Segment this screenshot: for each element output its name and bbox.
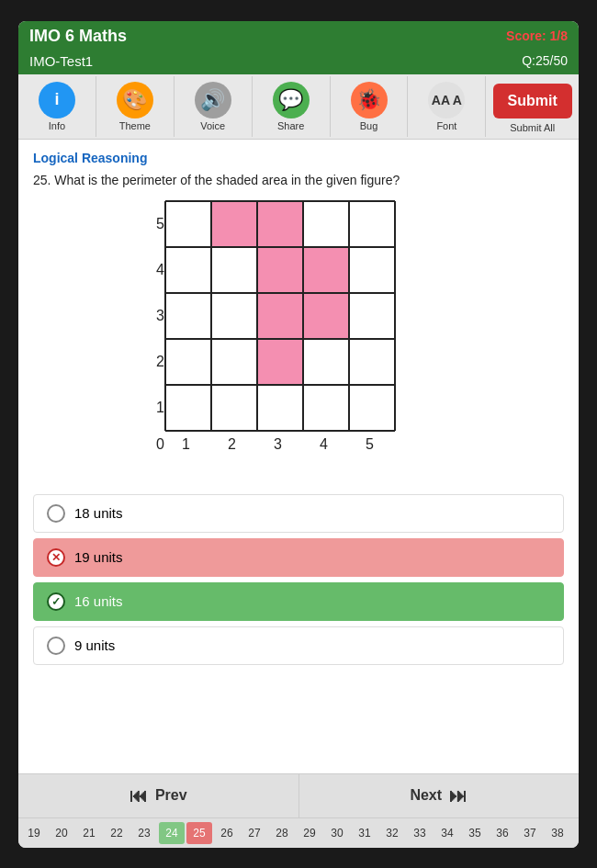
q-num-32[interactable]: 32: [379, 822, 405, 844]
option-b[interactable]: ✕ 19 units: [33, 538, 564, 577]
font-label: Font: [436, 120, 456, 131]
question-number: 25.: [33, 173, 51, 187]
option-a[interactable]: 18 units: [33, 494, 564, 533]
question-count: Q:25/50: [522, 53, 568, 68]
theme-label: Theme: [119, 120, 151, 131]
svg-rect-4: [257, 293, 303, 339]
next-button[interactable]: Next ⏭: [298, 774, 580, 817]
svg-text:0: 0: [156, 436, 164, 452]
q-num-35[interactable]: 35: [462, 822, 488, 844]
share-icon: 💬: [273, 82, 310, 118]
grid-figure: 5 4 3 2 1 0 1 2 3 4 5: [156, 197, 441, 481]
svg-text:3: 3: [156, 308, 164, 323]
bug-button[interactable]: 🐞 Bug: [331, 76, 409, 137]
next-label: Next: [410, 787, 442, 804]
q-num-19[interactable]: 19: [21, 822, 47, 844]
voice-button[interactable]: 🔊 Voice: [175, 76, 253, 137]
prev-label: Prev: [155, 787, 187, 804]
share-label: Share: [277, 120, 304, 131]
bug-icon: 🐞: [351, 82, 388, 118]
q-num-33[interactable]: 33: [407, 822, 433, 844]
q-num-37[interactable]: 37: [517, 822, 543, 844]
svg-text:4: 4: [320, 436, 328, 452]
option-c-label: 16 units: [74, 593, 123, 609]
svg-rect-1: [257, 201, 303, 247]
app-title: IMO 6 Maths: [29, 27, 127, 46]
svg-text:5: 5: [156, 216, 164, 231]
question-body: What is the perimeter of the shaded area…: [54, 173, 400, 187]
q-num-22[interactable]: 22: [104, 822, 130, 844]
q-num-21[interactable]: 21: [76, 822, 102, 844]
bug-label: Bug: [360, 120, 378, 131]
content-area: Logical Reasoning 25. What is the perime…: [18, 140, 579, 773]
svg-text:2: 2: [156, 354, 164, 369]
voice-icon: 🔊: [195, 82, 231, 118]
figure-container: 5 4 3 2 1 0 1 2 3 4 5: [33, 197, 564, 481]
q-num-27[interactable]: 27: [242, 822, 267, 844]
q-num-24[interactable]: 24: [159, 822, 185, 844]
share-button[interactable]: 💬 Share: [253, 76, 331, 137]
info-label: Info: [49, 120, 65, 131]
option-c-radio: ✓: [47, 592, 65, 611]
q-num-38[interactable]: 38: [545, 822, 570, 844]
q-num-30[interactable]: 30: [324, 822, 350, 844]
q-num-34[interactable]: 34: [434, 822, 460, 844]
q-num-28[interactable]: 28: [269, 822, 295, 844]
svg-rect-2: [257, 247, 303, 293]
svg-rect-3: [303, 247, 349, 293]
svg-text:5: 5: [366, 436, 374, 452]
prev-arrow-icon: ⏮: [130, 785, 148, 806]
info-icon: i: [39, 82, 75, 118]
option-d-radio: [47, 637, 65, 655]
question-text: 25. What is the perimeter of the shaded …: [33, 173, 564, 187]
submit-all-label: Submit All: [510, 122, 555, 133]
svg-text:1: 1: [182, 436, 190, 452]
option-a-radio: [47, 504, 65, 523]
svg-text:4: 4: [156, 262, 164, 277]
svg-text:3: 3: [274, 436, 282, 452]
info-button[interactable]: i Info: [18, 76, 96, 137]
options-list: 18 units ✕ 19 units ✓ 16 units 9 units: [33, 494, 564, 665]
q-num-39[interactable]: 39: [572, 822, 579, 844]
q-num-20[interactable]: 20: [49, 822, 74, 844]
option-b-radio: ✕: [47, 548, 65, 567]
option-c[interactable]: ✓ 16 units: [33, 582, 564, 621]
font-button[interactable]: AA A Font: [408, 76, 486, 137]
submit-button[interactable]: Submit: [493, 84, 572, 118]
svg-text:1: 1: [156, 400, 164, 415]
question-numbers-bar: 1920212223242526272829303132333435363738…: [18, 817, 579, 848]
option-d-label: 9 units: [74, 637, 115, 653]
svg-text:2: 2: [228, 436, 236, 452]
font-icon: AA A: [428, 82, 465, 118]
next-arrow-icon: ⏭: [449, 785, 467, 806]
theme-button[interactable]: 🎨 Theme: [96, 76, 175, 137]
sub-bar: IMO-Test1 Q:25/50: [18, 51, 579, 74]
q-num-26[interactable]: 26: [214, 822, 240, 844]
prev-button[interactable]: ⏮ Prev: [18, 774, 298, 817]
grid-svg: 5 4 3 2 1 0 1 2 3 4 5: [156, 197, 441, 481]
section-label: Logical Reasoning: [33, 151, 564, 165]
option-a-label: 18 units: [74, 505, 123, 521]
q-num-23[interactable]: 23: [131, 822, 157, 844]
option-d[interactable]: 9 units: [33, 626, 564, 665]
score-label: Score: 1/8: [506, 28, 568, 43]
option-b-label: 19 units: [74, 549, 123, 565]
nav-bar: ⏮ Prev Next ⏭: [18, 773, 579, 817]
q-num-31[interactable]: 31: [352, 822, 377, 844]
q-num-29[interactable]: 29: [297, 822, 322, 844]
svg-rect-0: [211, 201, 257, 247]
top-bar: IMO 6 Maths Score: 1/8: [18, 21, 579, 51]
device-frame: IMO 6 Maths Score: 1/8 IMO-Test1 Q:25/50…: [18, 21, 579, 848]
voice-label: Voice: [200, 120, 225, 131]
toolbar: i Info 🎨 Theme 🔊 Voice 💬 Share 🐞 Bug AA …: [18, 74, 579, 140]
q-num-25[interactable]: 25: [186, 822, 212, 844]
submit-all-button[interactable]: Submit Submit All: [486, 74, 579, 139]
svg-rect-6: [257, 339, 303, 385]
test-name: IMO-Test1: [29, 53, 93, 69]
q-num-36[interactable]: 36: [490, 822, 515, 844]
svg-rect-5: [303, 293, 349, 339]
theme-icon: 🎨: [117, 82, 153, 118]
